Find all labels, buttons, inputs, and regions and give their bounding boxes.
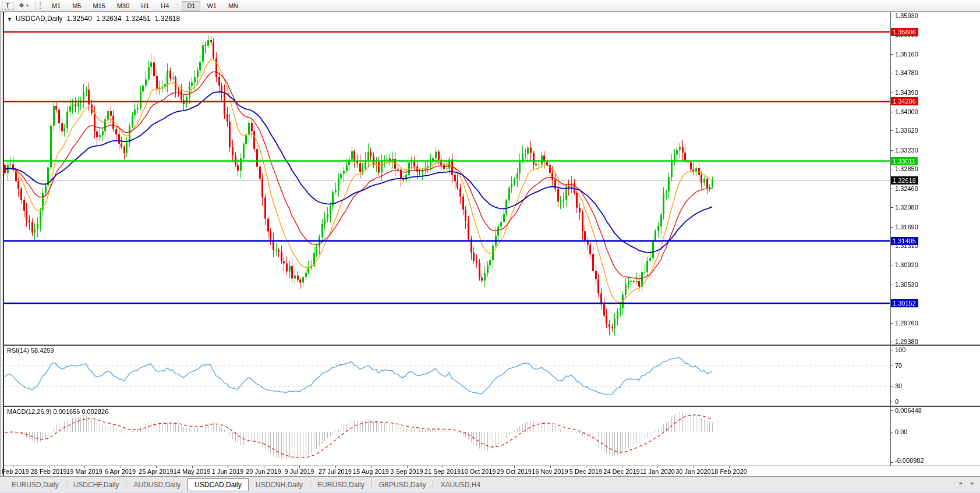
timeframe-button-m30[interactable]: M30 xyxy=(112,1,135,10)
ohlc-high: 1.32634 xyxy=(96,15,121,23)
date-tick-label: 16 Nov 2019 xyxy=(532,468,568,475)
timeframe-button-h4[interactable]: H4 xyxy=(155,1,174,10)
dropdown-caret-icon: ▾ xyxy=(26,3,29,8)
rsi-tick-label: 30 xyxy=(895,382,902,389)
text-tool-icon[interactable]: T xyxy=(2,2,13,10)
date-tick-label: 1 Jun 2019 xyxy=(212,468,243,475)
arrange-tool-button[interactable]: ❖ ▾ xyxy=(17,1,30,10)
toolbar-separator xyxy=(35,1,36,10)
date-tick-label: 25 Apr 2019 xyxy=(139,468,173,475)
price-level-badge: 1.30152 xyxy=(891,299,918,307)
date-tick-label: 20 Jun 2019 xyxy=(246,468,281,475)
ohlc-low: 1.32451 xyxy=(125,15,150,23)
timeframe-button-m1[interactable]: M1 xyxy=(47,1,66,10)
timeframe-button-mn[interactable]: MN xyxy=(223,1,243,10)
date-tick-label: 18 Feb 2020 xyxy=(711,468,747,475)
price-tick-label: 1.34000 xyxy=(895,108,918,115)
arrange-icon: ❖ xyxy=(19,2,24,9)
chart-symbol-period: USDCAD,Daily xyxy=(16,15,63,23)
ohlc-open: 1.32540 xyxy=(67,15,92,23)
tab-scroll-arrows: ◄ ► xyxy=(952,480,975,486)
macd-indicator-label: MACD(12,26,9) 0.001656 0.002826 xyxy=(7,408,108,415)
rsi-tick-label: 100 xyxy=(895,346,905,353)
chart-tab-eurusd-5[interactable]: EURUSD,Daily xyxy=(310,478,372,491)
toolbar-separator xyxy=(178,1,178,10)
chart-tab-usdchf-1[interactable]: USDCHF,Daily xyxy=(66,478,126,491)
price-tick-label: 1.33230 xyxy=(895,147,918,154)
chart-tab-audusd-2[interactable]: AUDUSD,Daily xyxy=(126,478,187,491)
date-tick-label: 9 Jul 2019 xyxy=(285,468,314,475)
macd-tick-label: -0.008982 xyxy=(895,457,924,464)
date-tick-label: 28 Feb 2019 xyxy=(31,468,67,475)
rsi-tick-label: 70 xyxy=(895,362,902,369)
price-tick-label: 1.31690 xyxy=(895,224,918,230)
date-tick-label: 21 Sep 2019 xyxy=(424,468,461,475)
timeframe-button-m15[interactable]: M15 xyxy=(87,1,110,10)
chart-tab-usdcnh-4[interactable]: USDCNH,Daily xyxy=(249,478,310,491)
price-tick-label: 1.35160 xyxy=(895,51,918,58)
chart-title: ▼USDCAD,Daily1.325401.326341.324511.3261… xyxy=(7,15,180,23)
date-tick-label: 10 Oct 2019 xyxy=(461,468,496,475)
chart-tab-usdcad-3[interactable]: USDCAD,Daily xyxy=(187,478,249,491)
price-level-badge: 1.32618 xyxy=(891,176,918,185)
price-tick-label: 1.32080 xyxy=(895,204,918,211)
date-tick-label: 14 May 2019 xyxy=(174,468,211,475)
date-tick-label: 15 Aug 2019 xyxy=(353,468,389,475)
price-tick-label: 1.34780 xyxy=(895,69,918,76)
macd-tick-label: 0.006448 xyxy=(895,407,922,414)
mt4-window: T ❖ ▾ M1M5M15M30H1H4D1W1MN ▼USDCAD,Daily… xyxy=(0,0,980,493)
timeframe-button-w1[interactable]: W1 xyxy=(201,1,222,10)
date-tick-label: 6 Apr 2019 xyxy=(105,468,136,475)
price-level-badge: 1.35606 xyxy=(891,28,918,36)
chart-tab-gbpusd-6[interactable]: GBPUSD,Daily xyxy=(372,478,433,491)
date-tick-label: 24 Dec 2019 xyxy=(603,468,639,475)
price-level-badge: 1.31405 xyxy=(891,237,918,245)
date-tick-label: 5 Dec 2019 xyxy=(569,468,602,475)
timeframe-group: M1M5M15M30H1H4D1W1MN xyxy=(46,1,244,10)
price-tick-label: 1.32460 xyxy=(895,185,918,192)
rsi-tick-label: 0 xyxy=(895,398,898,405)
price-tick-label: 1.30530 xyxy=(895,281,918,288)
ohlc-close: 1.32618 xyxy=(155,15,180,23)
toolbar: T ❖ ▾ M1M5M15M30H1H4D1W1MN xyxy=(0,0,980,12)
date-tick-label: 11 Jan 2020 xyxy=(640,468,675,475)
chart-tab-xauusd-7[interactable]: XAUUSD,H4 xyxy=(433,478,487,491)
date-tick-label: 29 Oct 2019 xyxy=(497,468,532,475)
date-tick-label: 9 Feb 2019 xyxy=(0,468,29,475)
price-tick-label: 1.35930 xyxy=(895,12,918,19)
tab-scroll-right-icon[interactable]: ► xyxy=(970,480,975,486)
date-tick-label: 3 Sep 2019 xyxy=(390,468,423,475)
price-tick-label: 1.29760 xyxy=(895,320,918,327)
price-level-badge: 1.33011 xyxy=(891,157,918,165)
timeframe-button-h1[interactable]: H1 xyxy=(136,1,154,10)
collapse-triangle-icon[interactable]: ▼ xyxy=(7,16,12,22)
timeframe-button-m5[interactable]: M5 xyxy=(67,1,86,10)
main-chart-canvas[interactable] xyxy=(0,0,980,493)
date-tick-label: 30 Jan 2020 xyxy=(675,468,711,475)
chart-tab-eurusd-0[interactable]: EURUSD,Daily xyxy=(5,478,66,491)
rsi-indicator-label: RSI(14) 58.4259 xyxy=(7,347,54,354)
price-tick-label: 1.34390 xyxy=(895,89,918,96)
tab-scroll-left-icon[interactable]: ◄ xyxy=(958,480,963,486)
timeframe-button-d1[interactable]: D1 xyxy=(182,1,200,10)
price-level-badge: 1.34206 xyxy=(891,97,918,105)
price-tick-label: 1.33620 xyxy=(895,127,918,134)
toolbar-grip[interactable] xyxy=(40,2,42,9)
price-tick-label: 1.30920 xyxy=(895,261,918,268)
price-tick-label: 1.32850 xyxy=(895,165,918,172)
price-tick-label: 1.29380 xyxy=(895,338,918,345)
macd-tick-label: 0.00 xyxy=(895,428,907,435)
date-tick-label: 27 Jul 2019 xyxy=(319,468,352,475)
chart-tab-bar: EURUSD,DailyUSDCHF,DailyAUDUSD,DailyUSDC… xyxy=(0,476,980,492)
date-tick-label: 19 Mar 2019 xyxy=(66,468,102,475)
